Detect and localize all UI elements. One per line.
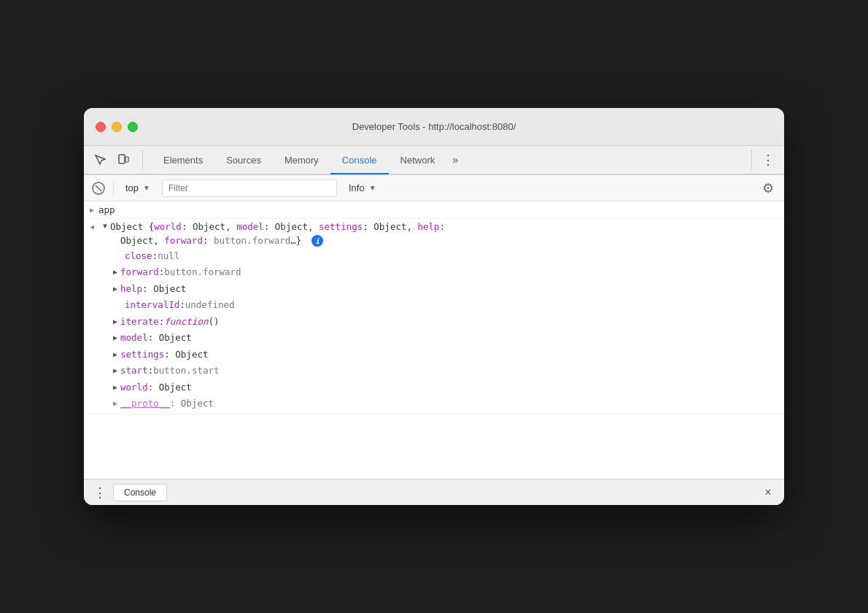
object-header: ◀ ▼ Object {world: Object, model: Object…: [90, 220, 778, 248]
tab-elements[interactable]: Elements: [152, 147, 214, 174]
prop-forward-key: forward: [120, 264, 159, 281]
app-entry: ▶ app: [84, 201, 784, 219]
prop-iterate-key: iterate: [120, 314, 159, 331]
prop-forward-value: button.forward: [164, 264, 241, 281]
context-selector[interactable]: top ▼: [120, 180, 156, 196]
info-badge[interactable]: i: [311, 235, 323, 247]
prop-iterate[interactable]: ▶ iterate: function (): [113, 314, 778, 331]
tab-network[interactable]: Network: [389, 147, 447, 174]
back-arrow[interactable]: ◀: [90, 220, 100, 231]
close-button[interactable]: [96, 122, 106, 132]
device-icon[interactable]: [113, 150, 133, 170]
prop-help-key: help: [120, 281, 142, 298]
help-arrow-icon: ▶: [113, 282, 117, 296]
proto-arrow-icon: ▶: [113, 397, 117, 410]
settings-arrow-icon: ▶: [113, 348, 117, 361]
context-dropdown-arrow: ▼: [143, 184, 150, 192]
level-dropdown-arrow: ▼: [369, 184, 376, 192]
prop-close-value: null: [158, 248, 179, 265]
prop-proto-key: __proto__: [120, 396, 170, 412]
traffic-lights: [96, 122, 138, 132]
prop-model[interactable]: ▶ model: Object: [113, 330, 778, 347]
clear-console-button[interactable]: [90, 180, 107, 197]
prop-intervalid-value: undefined: [185, 297, 235, 314]
toolbar-end: ⋮: [751, 150, 778, 170]
maximize-button[interactable]: [128, 122, 138, 132]
prop-help[interactable]: ▶ help: Object: [113, 281, 778, 298]
prop-intervalid-key: intervalId: [125, 297, 179, 314]
window-title: Developer Tools - http://localhost:8080/: [352, 121, 516, 132]
prop-model-key: model: [120, 330, 148, 347]
prop-iterate-value: function: [164, 314, 208, 331]
prop-intervalid: intervalId: undefined: [113, 297, 778, 314]
level-label: Info: [349, 182, 365, 193]
prop-settings[interactable]: ▶ settings: Object: [113, 347, 778, 363]
object-entry: ◀ ▼ Object {world: Object, model: Object…: [84, 219, 784, 415]
tab-memory[interactable]: Memory: [273, 147, 330, 174]
nav-tabs: Elements Sources Memory Console Network …: [152, 146, 751, 174]
minimize-button[interactable]: [112, 122, 122, 132]
svg-line-3: [96, 185, 101, 191]
app-label: app: [98, 204, 115, 215]
level-selector[interactable]: Info ▼: [343, 180, 382, 196]
bottom-menu-button[interactable]: ⋮: [90, 482, 110, 503]
toolbar-divider: [113, 181, 114, 196]
prop-close-key: close: [125, 248, 152, 265]
tab-console[interactable]: Console: [330, 147, 389, 174]
app-expand-arrow[interactable]: ▶: [90, 206, 94, 215]
devtools-toolbar: Elements Sources Memory Console Network …: [84, 146, 784, 175]
model-arrow-icon: ▶: [113, 331, 117, 344]
prop-world[interactable]: ▶ world: Object: [113, 379, 778, 396]
devtools-window: Developer Tools - http://localhost:8080/…: [84, 108, 784, 505]
svg-rect-1: [125, 157, 128, 162]
object-summary: Object {world: Object, model: Object, se…: [110, 220, 778, 248]
prop-close: close: null: [113, 248, 778, 265]
prop-start-value: button.start: [153, 363, 219, 379]
object-expand-arrow[interactable]: ▼: [103, 220, 107, 231]
console-settings-button[interactable]: ⚙: [758, 178, 778, 198]
prop-start[interactable]: ▶ start: button.start: [113, 363, 778, 379]
title-bar: Developer Tools - http://localhost:8080/: [84, 108, 784, 146]
more-tabs-button[interactable]: »: [446, 154, 464, 166]
prop-world-key: world: [120, 379, 148, 396]
svg-rect-0: [119, 155, 125, 163]
console-toolbar: top ▼ Info ▼ ⚙: [84, 175, 784, 201]
prop-start-key: start: [120, 363, 148, 379]
console-content: ▶ app ◀ ▼ Object {world: Object, model: …: [84, 201, 784, 479]
devtools-menu-button[interactable]: ⋮: [758, 150, 778, 170]
prop-forward[interactable]: ▶ forward: button.forward: [113, 264, 778, 281]
prop-proto[interactable]: ▶ __proto__ : Object: [113, 396, 778, 412]
tab-sources[interactable]: Sources: [214, 147, 273, 174]
context-label: top: [125, 182, 139, 193]
bottom-close-button[interactable]: ×: [758, 482, 778, 503]
bottom-bar: ⋮ Console ×: [84, 479, 784, 505]
inspect-icon[interactable]: [90, 150, 110, 170]
prop-settings-key: settings: [120, 347, 164, 363]
world-arrow-icon: ▶: [113, 381, 117, 394]
forward-arrow-icon: ▶: [113, 266, 117, 279]
toolbar-icons: [90, 150, 143, 170]
object-properties: close: null ▶ forward: button.forward ▶ …: [90, 248, 778, 412]
start-arrow-icon: ▶: [113, 364, 117, 377]
bottom-console-tab[interactable]: Console: [113, 484, 167, 501]
iterate-arrow-icon: ▶: [113, 315, 117, 328]
filter-input[interactable]: [162, 180, 337, 197]
